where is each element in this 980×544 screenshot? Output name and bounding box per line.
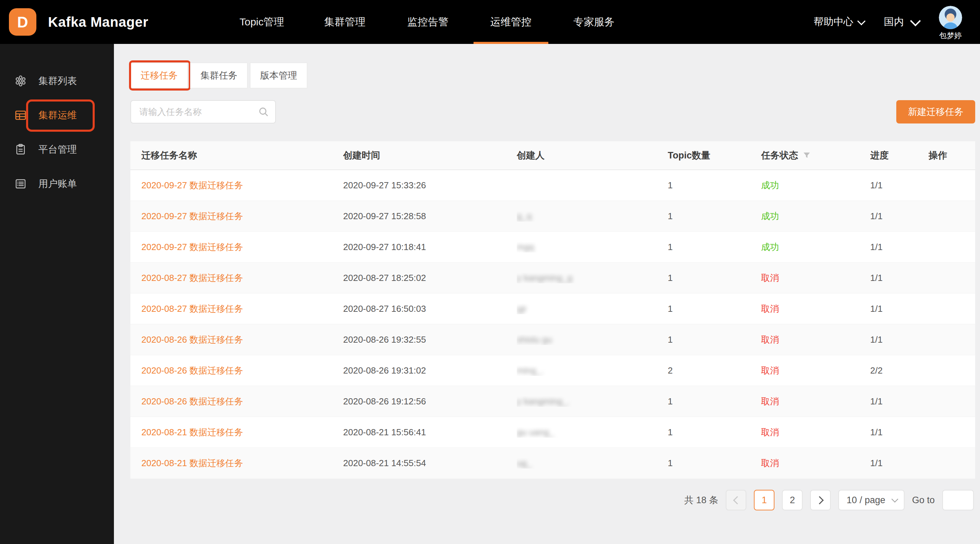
task-progress: 1/1 xyxy=(870,180,929,191)
sidebar-item-label: 集群列表 xyxy=(38,75,77,87)
task-status: 取消 xyxy=(761,365,870,377)
sidebar: 集群列表 集群运维 平台管理 xyxy=(0,44,114,544)
task-progress: 1/1 xyxy=(870,458,929,469)
search-input[interactable] xyxy=(138,106,259,118)
task-name-link[interactable]: 2020-08-26 数据迁移任务 xyxy=(142,335,243,345)
region-label: 国内 xyxy=(884,15,904,29)
task-creator: y kangming_. xyxy=(517,396,668,407)
table-row: 2020-09-27 数据迁移任务 2020-09-27 15:33:26 1 … xyxy=(130,170,975,201)
user-billing-icon xyxy=(14,178,27,190)
sidebar-item-user-billing[interactable]: 用户账单 xyxy=(0,167,114,200)
sidebar-item-platform-manage[interactable]: 平台管理 xyxy=(0,133,114,166)
chevron-down-icon xyxy=(857,17,865,25)
table-row: 2020-08-21 数据迁移任务 2020-08-21 15:56:41 gu… xyxy=(130,417,975,448)
avatar[interactable] xyxy=(939,6,962,29)
page-size-select[interactable]: 10 / page xyxy=(838,490,905,511)
goto-page-input[interactable] xyxy=(942,490,974,511)
task-name-link[interactable]: 2020-08-26 数据迁移任务 xyxy=(142,365,243,376)
task-creator: mgq xyxy=(517,242,668,252)
col-topic-count: Topic数量 xyxy=(668,149,761,162)
new-migration-task-button[interactable]: 新建迁移任务 xyxy=(896,100,975,124)
sidebar-item-cluster-ops[interactable]: 集群运维 xyxy=(0,99,114,132)
nav-topic-manage[interactable]: Topic管理 xyxy=(220,0,303,44)
toolbar: 新建迁移任务 xyxy=(130,100,975,124)
help-center-menu[interactable]: 帮助中心 xyxy=(814,15,863,29)
search-box xyxy=(130,100,276,124)
task-name-link[interactable]: 2020-08-21 数据迁移任务 xyxy=(142,458,243,468)
task-status: 取消 xyxy=(761,334,870,346)
top-bar-right: 帮助中心 国内 xyxy=(814,3,962,41)
task-status: 取消 xyxy=(761,272,870,284)
task-topic-count: 1 xyxy=(668,396,761,407)
app-title: Kafka Manager xyxy=(48,14,148,30)
search-icon[interactable] xyxy=(259,107,268,117)
page-size-value: 10 / page xyxy=(846,495,885,506)
col-progress: 进度 xyxy=(870,149,929,162)
table-row: 2020-08-27 数据迁移任务 2020-08-27 18:25:02 y … xyxy=(130,263,975,293)
table-row: 2020-08-26 数据迁移任务 2020-08-26 19:31:02 mi… xyxy=(130,355,975,386)
next-page-button[interactable] xyxy=(810,490,831,511)
task-status: 成功 xyxy=(761,241,870,253)
prev-page-button[interactable] xyxy=(726,490,746,511)
tab-bar: 迁移任务 集群任务 版本管理 xyxy=(130,62,975,89)
task-creator: g_q xyxy=(517,211,668,222)
task-name-link[interactable]: 2020-08-27 数据迁移任务 xyxy=(142,304,243,314)
task-creator: y kangming_g xyxy=(517,273,668,283)
top-nav: Topic管理 集群管理 监控告警 运维管控 专家服务 xyxy=(220,0,635,44)
task-topic-count: 1 xyxy=(668,427,761,438)
task-topic-count: 1 xyxy=(668,335,761,345)
page-button-1[interactable]: 1 xyxy=(754,490,775,511)
nav-ops-control[interactable]: 运维管控 xyxy=(469,0,552,44)
task-name-link[interactable]: 2020-08-27 数据迁移任务 xyxy=(142,273,243,283)
user-menu[interactable]: 包梦婷 xyxy=(939,6,962,41)
col-creator: 创建人 xyxy=(517,149,668,162)
chevron-down-icon xyxy=(891,496,898,503)
sidebar-item-label: 集群运维 xyxy=(38,109,77,122)
app-logo-icon: D xyxy=(9,8,37,36)
col-task-name: 迁移任务名称 xyxy=(130,149,343,162)
table-row: 2020-08-26 数据迁移任务 2020-08-26 19:12:56 y … xyxy=(130,386,975,417)
nav-monitor-alert[interactable]: 监控告警 xyxy=(387,0,469,44)
task-status: 取消 xyxy=(761,457,870,469)
tab-cluster-tasks[interactable]: 集群任务 xyxy=(190,62,248,89)
nav-expert-service[interactable]: 专家服务 xyxy=(552,0,635,44)
tab-migration-tasks[interactable]: 迁移任务 xyxy=(130,62,188,89)
task-created-time: 2020-08-26 19:32:55 xyxy=(343,335,517,345)
task-created-time: 2020-08-26 19:31:02 xyxy=(343,365,517,376)
table-body: 2020-09-27 数据迁移任务 2020-09-27 15:33:26 1 … xyxy=(130,170,975,479)
task-progress: 1/1 xyxy=(870,396,929,407)
task-name-link[interactable]: 2020-08-26 数据迁移任务 xyxy=(142,396,243,406)
task-created-time: 2020-08-21 14:55:54 xyxy=(343,458,517,469)
task-status: 成功 xyxy=(761,210,870,222)
task-name-link[interactable]: 2020-09-27 数据迁移任务 xyxy=(142,180,243,190)
sidebar-item-label: 平台管理 xyxy=(38,143,77,156)
migration-task-table: 迁移任务名称 创建时间 创建人 Topic数量 任务状态 进度 操作 2020-… xyxy=(130,141,975,479)
task-topic-count: 1 xyxy=(668,211,761,222)
col-created-time: 创建时间 xyxy=(343,149,517,162)
task-progress: 1/1 xyxy=(870,335,929,345)
cluster-ops-icon xyxy=(14,109,27,121)
main-content: 迁移任务 集群任务 版本管理 新建迁移任务 xyxy=(114,44,980,544)
task-status: 取消 xyxy=(761,303,870,315)
filter-icon[interactable] xyxy=(803,152,810,159)
sidebar-item-cluster-list[interactable]: 集群列表 xyxy=(0,65,114,97)
platform-manage-icon xyxy=(14,143,27,156)
task-status: 成功 xyxy=(761,179,870,191)
goto-label: Go to xyxy=(912,495,935,506)
tab-version-manage[interactable]: 版本管理 xyxy=(250,62,307,89)
total-count-text: 共 18 条 xyxy=(684,494,718,506)
page-button-2[interactable]: 2 xyxy=(782,490,803,511)
task-creator: gjr xyxy=(517,304,668,314)
nav-cluster-manage[interactable]: 集群管理 xyxy=(303,0,387,44)
task-name-link[interactable]: 2020-08-21 数据迁移任务 xyxy=(142,427,243,437)
pagination: 共 18 条 1 2 10 / page Go to xyxy=(130,490,975,511)
task-name-link[interactable]: 2020-09-27 数据迁移任务 xyxy=(142,211,243,221)
task-name-link[interactable]: 2020-09-27 数据迁移任务 xyxy=(142,242,243,252)
help-center-label: 帮助中心 xyxy=(814,15,853,29)
task-progress: 2/2 xyxy=(870,365,929,376)
region-menu[interactable]: 国内 xyxy=(884,15,918,29)
table-row: 2020-09-27 数据迁移任务 2020-09-27 15:28:58 g_… xyxy=(130,201,975,232)
task-progress: 1/1 xyxy=(870,211,929,222)
task-created-time: 2020-09-27 10:18:41 xyxy=(343,242,517,252)
task-progress: 1/1 xyxy=(870,427,929,438)
